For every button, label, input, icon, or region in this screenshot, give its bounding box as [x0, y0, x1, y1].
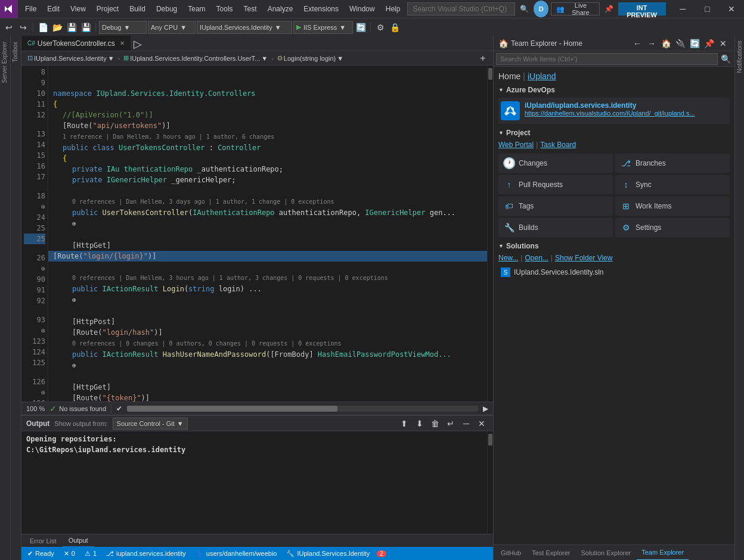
output-scroll-up[interactable]: ⬆ [398, 417, 411, 430]
int-preview-button[interactable]: INT PREVIEW [618, 2, 666, 15]
breadcrumb-method[interactable]: ⊙ Login(string login) ▼ [275, 53, 346, 63]
status-branch-name[interactable]: ⎇ iupland.services.identity [104, 550, 188, 558]
tab-output[interactable]: Output [63, 534, 94, 547]
tab-close-button[interactable]: ✕ [120, 40, 125, 46]
server-explorer-label[interactable]: Server Explorer [0, 36, 10, 89]
menu-tools[interactable]: Tools [212, 2, 238, 15]
te-forward-button[interactable]: → [645, 37, 658, 50]
title-bar-menu: File Edit View Project Build Debug Team … [18, 2, 407, 15]
toolbar-extra-2[interactable]: 🔒 [388, 21, 401, 34]
breadcrumb-sep-2: › [271, 55, 274, 62]
grid-changes[interactable]: 🕐 Changes [498, 154, 613, 173]
toolbar-extra-1[interactable]: ⚙ [374, 21, 387, 34]
solutions-open-link[interactable]: Open... [525, 254, 548, 262]
te-search-button[interactable]: 🔍 [719, 52, 732, 66]
output-scrollbar[interactable] [487, 431, 493, 534]
undo-button[interactable]: ↩ [2, 21, 16, 34]
open-button[interactable]: 📂 [51, 21, 64, 34]
menu-extensions[interactable]: Extensions [299, 2, 343, 15]
cpu-dropdown[interactable]: Any CPU▼ [148, 21, 196, 34]
te-refresh-button[interactable]: 🔄 [688, 37, 701, 50]
te-tab-solution-explorer[interactable]: Solution Explorer [576, 545, 636, 561]
solution-icon: S [501, 267, 510, 277]
grid-work-items[interactable]: ⊞ Work Items [615, 197, 730, 216]
debug-config-dropdown[interactable]: Debug▼ [99, 21, 147, 34]
title-search-input[interactable] [407, 2, 515, 15]
project-dropdown[interactable]: IUpland.Services.Identity▼ [197, 21, 292, 34]
menu-window[interactable]: Window [345, 2, 380, 15]
grid-builds[interactable]: 🔧 Builds [498, 218, 613, 237]
grid-branches[interactable]: ⎇ Branches [615, 154, 730, 173]
te-close-button[interactable]: ✕ [717, 37, 730, 50]
menu-team[interactable]: Team [183, 2, 210, 15]
te-tab-team-explorer[interactable]: Team Explorer [637, 545, 689, 561]
te-pin-button[interactable]: 📌 [702, 37, 715, 50]
status-user[interactable]: 👤 users/danhellem/weebio [193, 550, 280, 558]
output-word-wrap[interactable]: ↵ [444, 417, 457, 430]
menu-analyze[interactable]: Analyze [263, 2, 298, 15]
refresh-button[interactable]: 🔄 [354, 21, 367, 34]
new-project-button[interactable]: 📄 [36, 21, 49, 34]
maximize-button[interactable]: □ [695, 0, 720, 18]
te-search-input[interactable] [496, 53, 718, 65]
editor-scrollbar[interactable] [487, 66, 493, 402]
azure-repo-url[interactable]: https://danhellem.visualstudio.com/iUpla… [525, 110, 727, 117]
output-clear[interactable]: 🗑 [429, 417, 442, 430]
menu-edit[interactable]: Edit [42, 2, 64, 15]
output-scroll-down[interactable]: ⬇ [413, 417, 426, 430]
menu-build[interactable]: Build [125, 2, 150, 15]
status-warnings[interactable]: ⚠ 1 [82, 550, 99, 558]
redo-button[interactable]: ↪ [17, 21, 30, 34]
menu-help[interactable]: Help [381, 2, 405, 15]
output-panel: Output Show output from: Source Control … [21, 415, 493, 534]
solution-item[interactable]: S IUpland.Services.Identity.sln [498, 266, 730, 279]
toolbox-label[interactable]: Toolbox [11, 36, 21, 68]
zoom-level[interactable]: 100 % [26, 405, 45, 412]
te-tab-test-explorer[interactable]: Test Explorer [527, 545, 575, 561]
tab-error-list[interactable]: Error List [24, 534, 63, 547]
notifications-label[interactable]: Notifications [735, 36, 744, 77]
save-all-button[interactable]: 💾 [79, 21, 92, 34]
output-close[interactable]: ✕ [475, 417, 488, 430]
notification-badge[interactable]: 2 [377, 550, 386, 557]
add-method-button[interactable]: + [476, 52, 489, 65]
grid-settings[interactable]: ⚙ Settings [615, 218, 730, 237]
web-portal-link[interactable]: Web Portal [498, 141, 534, 149]
task-board-link[interactable]: Task Board [540, 141, 576, 149]
menu-debug[interactable]: Debug [151, 2, 182, 15]
te-tab-github[interactable]: GitHub [496, 545, 526, 561]
menu-view[interactable]: View [66, 2, 91, 15]
grid-sync[interactable]: ↕ Sync [615, 175, 730, 194]
breadcrumb-controller[interactable]: ⊞ IUpland.Services.Identity.Controllers.… [121, 53, 270, 63]
status-errors[interactable]: ✕ 0 [61, 550, 78, 558]
code-content[interactable]: namespace IUpland.Services.Identity.Cont… [48, 66, 487, 402]
te-connect-button[interactable]: 🔌 [674, 37, 687, 50]
iis-dropdown[interactable]: ▶ IIS Express▼ [293, 21, 353, 34]
bottom-scrollbar-container[interactable] [127, 406, 478, 412]
close-button[interactable]: ✕ [720, 0, 744, 18]
output-source-dropdown[interactable]: Source Control - Git ▼ [113, 418, 188, 430]
output-minimize[interactable]: ─ [460, 417, 473, 430]
menu-test[interactable]: Test [239, 2, 262, 15]
status-issues[interactable]: ✓ No issues found [49, 404, 106, 413]
minimize-button[interactable]: ─ [671, 0, 695, 18]
grid-pull-requests[interactable]: ↑ Pull Requests [498, 175, 613, 194]
editor-tab-active[interactable]: C# UserTokensController.cs ✕ [21, 36, 131, 51]
liveshare-button[interactable]: 👥 Live Share [551, 2, 599, 15]
pin-icon[interactable]: 📌 [604, 5, 613, 13]
save-button[interactable]: 💾 [65, 21, 78, 34]
breadcrumb-namespace[interactable]: ⊡ IUpland.Services.Identity ▼ [25, 53, 117, 63]
status-project-name[interactable]: 🔧 IUpland.Services.Identity [284, 550, 372, 558]
solutions-new-link[interactable]: New... [498, 254, 518, 262]
new-tab-button[interactable]: ▷ [131, 38, 144, 51]
scroll-right-button[interactable]: ▶ [483, 405, 488, 413]
menu-project[interactable]: Project [92, 2, 123, 15]
solutions-folder-link[interactable]: Show Folder View [555, 254, 613, 262]
user-avatar[interactable]: D [534, 1, 548, 17]
grid-tags[interactable]: 🏷 Tags [498, 197, 613, 216]
status-ready[interactable]: ✔ Ready [25, 550, 57, 558]
te-back-button[interactable]: ← [631, 37, 644, 50]
menu-file[interactable]: File [20, 2, 41, 15]
te-home-button[interactable]: 🏠 [659, 37, 672, 50]
toolbar-separator-1 [33, 23, 33, 32]
